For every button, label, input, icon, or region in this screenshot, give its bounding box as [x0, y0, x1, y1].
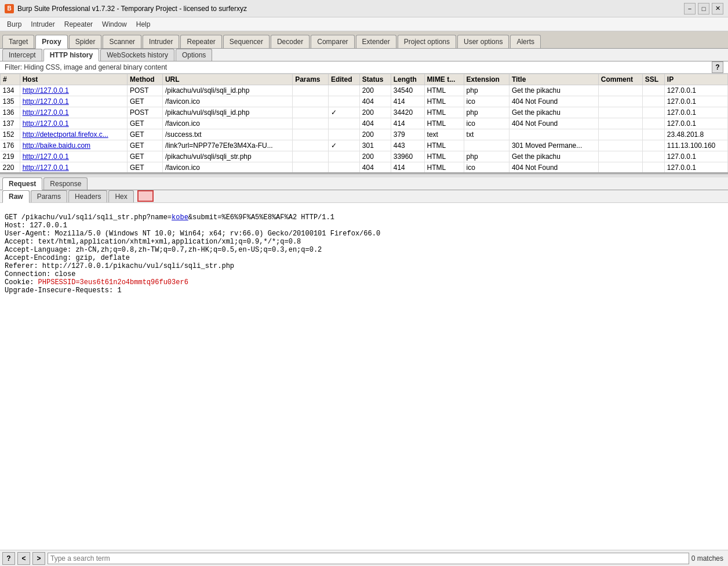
col-ssl[interactable]: SSL	[642, 74, 664, 85]
req-host-line: Host: 127.0.0.1	[5, 222, 67, 230]
tab-user-options[interactable]: User options	[457, 35, 509, 48]
req-line1: GET /pikachu/vul/sqli/sqli_str.php?name=…	[5, 213, 334, 222]
raw-tab-bar: Raw Params Headers Hex	[0, 190, 728, 203]
col-url[interactable]: URL	[162, 74, 292, 85]
forward-button[interactable]: >	[32, 552, 45, 565]
window-title: Burp Suite Professional v1.7.32 - Tempor…	[17, 5, 247, 13]
tab-request[interactable]: Request	[2, 177, 42, 190]
col-mime[interactable]: MIME t...	[424, 74, 464, 85]
req-connection-line: Connection: close	[5, 270, 75, 278]
tab-spider[interactable]: Spider	[69, 35, 102, 48]
req-upgrade-line: Upgrade-Insecure-Requests: 1	[5, 286, 122, 295]
tab-extender[interactable]: Extender	[356, 35, 396, 48]
req-accept-enc-line: Accept-Encoding: gzip, deflate	[5, 254, 130, 262]
col-edited[interactable]: Edited	[328, 74, 359, 85]
match-count: 0 matches	[691, 554, 726, 563]
tab-project-options[interactable]: Project options	[398, 35, 456, 48]
table-row[interactable]: 134http://127.0.0.1POST/pikachu/vul/sqli…	[1, 85, 728, 96]
maximize-button[interactable]: □	[698, 3, 709, 14]
tab-websockets-history[interactable]: WebSockets history	[100, 49, 174, 61]
req-cookie-line: Cookie: PHPSESSID=3eus6t61n2o4bmmtq96fu0…	[5, 278, 188, 286]
req-line1-after: &submit=%E6%9F%A5%E8%AF%A2 HTTP/1.1	[188, 213, 334, 222]
menu-burp[interactable]: Burp	[2, 19, 26, 30]
table-row[interactable]: 152http://detectportal.firefox.c...GET/s…	[1, 129, 728, 140]
req-accept-lang-line: Accept-Language: zh-CN,zh;q=0.8,zh-TW;q=…	[5, 246, 322, 254]
tab-sequencer[interactable]: Sequencer	[223, 35, 270, 48]
table-row[interactable]: 176http://baike.baidu.comGET/link?url=NP…	[1, 140, 728, 151]
req-useragent-line: User-Agent: Mozilla/5.0 (Windows NT 10.0…	[5, 230, 380, 238]
tab-http-history[interactable]: HTTP history	[43, 49, 99, 61]
tab-params[interactable]: Params	[31, 190, 67, 202]
table-row[interactable]: 220http://127.0.0.1GET/favicon.ico404414…	[1, 162, 728, 173]
tab-scanner[interactable]: Scanner	[103, 35, 141, 48]
sub-tab-bar: Intercept HTTP history WebSockets histor…	[0, 49, 728, 61]
menu-repeater[interactable]: Repeater	[60, 19, 97, 30]
table-row[interactable]: 221http://127.0.0.1GET/pikachu/vul/sqli/…	[1, 173, 728, 174]
req-highlight-param: kobe	[172, 213, 188, 222]
col-params[interactable]: Params	[293, 74, 329, 85]
menu-window[interactable]: Window	[97, 19, 132, 30]
request-content[interactable]: GET /pikachu/vul/sqli/sqli_str.php?name=…	[0, 203, 728, 566]
tab-alerts[interactable]: Alerts	[510, 35, 541, 48]
col-num[interactable]: #	[1, 74, 20, 85]
menu-help[interactable]: Help	[132, 19, 155, 30]
col-ip[interactable]: IP	[664, 74, 727, 85]
req-accept-line: Accept: text/html,application/xhtml+xml,…	[5, 238, 301, 246]
minimize-button[interactable]: −	[684, 3, 696, 14]
tab-decoder[interactable]: Decoder	[271, 35, 310, 48]
back-button[interactable]: <	[17, 552, 30, 565]
tab-intruder[interactable]: Intruder	[143, 35, 179, 48]
col-extension[interactable]: Extension	[464, 74, 509, 85]
col-comment[interactable]: Comment	[598, 74, 642, 85]
table-row[interactable]: 135http://127.0.0.1GET/favicon.ico404414…	[1, 96, 728, 107]
tab-intercept[interactable]: Intercept	[2, 49, 42, 61]
tab-options[interactable]: Options	[176, 49, 212, 61]
req-cookie-value: PHPSESSID=3eus6t61n2o4bmmtq96fu03er6	[38, 278, 188, 286]
menu-bar: Burp Intruder Repeater Window Help	[0, 17, 728, 31]
help-button[interactable]: ?	[2, 552, 15, 565]
tab-target[interactable]: Target	[2, 35, 34, 48]
tab-raw[interactable]: Raw	[2, 190, 30, 203]
req-resp-tab-bar: Request Response	[0, 177, 728, 190]
table-row[interactable]: 137http://127.0.0.1GET/favicon.ico404414…	[1, 118, 728, 129]
req-get: GET /pikachu/vul/sqli/sqli_str.php?name=	[5, 213, 172, 222]
main-layout: Intercept HTTP history WebSockets histor…	[0, 49, 728, 566]
tab-repeater[interactable]: Repeater	[180, 35, 221, 48]
tab-response[interactable]: Response	[43, 177, 88, 190]
col-length[interactable]: Length	[391, 74, 424, 85]
menu-intruder[interactable]: Intruder	[26, 19, 59, 30]
app-icon: B	[5, 4, 14, 13]
search-input[interactable]	[48, 553, 689, 564]
tab-headers[interactable]: Headers	[68, 190, 107, 202]
title-bar: B Burp Suite Professional v1.7.32 - Temp…	[0, 0, 728, 17]
tab-hex[interactable]: Hex	[108, 190, 133, 202]
col-method[interactable]: Method	[128, 74, 163, 85]
bottom-bar: ? < > 0 matches	[0, 550, 728, 566]
filter-text: Filter: Hiding CSS, image and general bi…	[5, 63, 167, 71]
col-status[interactable]: Status	[359, 74, 391, 85]
req-referer-line: Referer: http://127.0.0.1/pikachu/vul/sq…	[5, 262, 234, 270]
history-table-container[interactable]: # Host Method URL Params Edited Status L…	[0, 74, 728, 173]
tab-comparer[interactable]: Comparer	[311, 35, 354, 48]
filter-help-button[interactable]: ?	[712, 61, 723, 73]
table-row[interactable]: 219http://127.0.0.1GET/pikachu/vul/sqli/…	[1, 151, 728, 162]
history-table: # Host Method URL Params Edited Status L…	[0, 74, 728, 173]
col-title[interactable]: Title	[509, 74, 598, 85]
highlight-indicator	[137, 190, 154, 202]
col-host[interactable]: Host	[20, 74, 127, 85]
filter-bar: Filter: Hiding CSS, image and general bi…	[0, 61, 728, 74]
table-row[interactable]: 136http://127.0.0.1POST/pikachu/vul/sqli…	[1, 107, 728, 118]
tab-proxy[interactable]: Proxy	[35, 35, 67, 49]
main-tab-bar: Target Proxy Spider Scanner Intruder Rep…	[0, 31, 728, 49]
close-button[interactable]: ✕	[712, 3, 723, 14]
